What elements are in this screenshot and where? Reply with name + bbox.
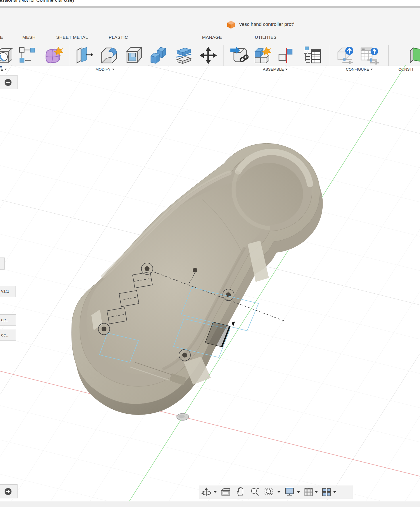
tab-mesh[interactable]: MESH xyxy=(22,35,36,40)
navigation-bar xyxy=(199,485,353,499)
tab-manage[interactable]: MANAGE xyxy=(202,35,222,40)
sketch-point xyxy=(193,268,197,272)
timeline-bar[interactable] xyxy=(0,501,420,507)
look-at-icon[interactable] xyxy=(221,487,231,497)
toolbar-divider xyxy=(224,45,224,66)
combine-icon[interactable] xyxy=(149,46,167,65)
browser-collapse-chip[interactable] xyxy=(0,75,18,89)
browser-item-1[interactable]: ee... xyxy=(0,314,16,326)
viewports-icon[interactable] xyxy=(322,487,332,497)
ui-fragment xyxy=(0,66,2,67)
create-form-icon[interactable] xyxy=(43,46,63,65)
toolbar-divider xyxy=(329,45,329,66)
move-copy-icon[interactable] xyxy=(198,46,218,65)
bom-parts-list-icon[interactable] xyxy=(303,46,323,65)
document-title[interactable]: vesc hand controller prot* xyxy=(239,22,295,27)
fusion-window: essional (Not for Commercial Use) vesc h… xyxy=(0,0,420,507)
shell-icon[interactable] xyxy=(125,46,143,65)
toolbar-divider xyxy=(69,45,69,66)
grid-settings-icon[interactable] xyxy=(304,487,313,497)
toolbar: vesc hand controller prot* E MESH SHEET … xyxy=(0,8,420,65)
pan-icon[interactable] xyxy=(236,487,245,497)
tab-plastic[interactable]: PLASTIC xyxy=(109,35,128,40)
pivot-marker xyxy=(177,413,189,420)
app-title-bar: essional (Not for Commercial Use) xyxy=(0,0,420,6)
dropdown-caret-icon[interactable] xyxy=(214,491,217,493)
tab-utilities[interactable]: UTILITIES xyxy=(255,35,277,40)
expand-plus-icon[interactable] xyxy=(5,488,11,495)
insert-derive-icon[interactable] xyxy=(230,46,249,65)
configuration-table-icon[interactable] xyxy=(361,46,380,65)
browser-item-2[interactable]: ee... xyxy=(0,330,16,341)
viewport-canvas[interactable] xyxy=(0,65,420,501)
toolbar-divider xyxy=(388,45,389,66)
display-settings-icon[interactable] xyxy=(284,487,295,497)
joint-icon[interactable] xyxy=(278,46,292,65)
dropdown-caret-icon[interactable] xyxy=(315,491,318,493)
new-component-icon[interactable] xyxy=(254,46,272,65)
dropdown-caret-icon[interactable] xyxy=(297,491,300,493)
document-cube-icon xyxy=(227,20,235,29)
browser-expand-chip[interactable] xyxy=(0,484,18,498)
dropdown-caret-icon[interactable] xyxy=(278,491,280,493)
browser-version-chip[interactable]: v1:1 xyxy=(0,286,16,297)
dropdown-caret-icon[interactable] xyxy=(333,491,336,493)
construct-plane-icon[interactable] xyxy=(409,46,420,65)
collapse-minus-icon[interactable] xyxy=(5,79,11,86)
tab-partial-left[interactable]: E xyxy=(0,35,3,40)
fillet-icon[interactable] xyxy=(100,46,118,65)
edit-form-icon[interactable] xyxy=(18,46,36,65)
orbit-icon[interactable] xyxy=(201,487,212,497)
thicken-icon[interactable] xyxy=(0,46,13,65)
window-zoom-icon[interactable] xyxy=(264,487,276,497)
configuration-icon[interactable] xyxy=(337,46,356,65)
zoom-icon[interactable] xyxy=(250,487,260,497)
browser-item-partial[interactable] xyxy=(0,258,5,270)
titlebar-divider xyxy=(0,6,420,8)
tab-sheet-metal[interactable]: SHEET METAL xyxy=(56,35,88,40)
app-title-partial: essional (Not for Commercial Use) xyxy=(0,0,74,3)
press-pull-icon[interactable] xyxy=(75,46,93,65)
split-body-icon[interactable] xyxy=(175,46,193,65)
